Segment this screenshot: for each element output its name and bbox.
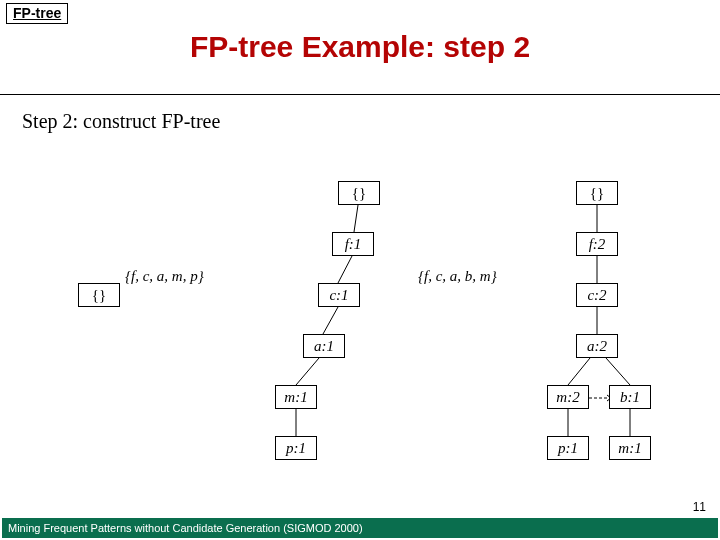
footer-bar: Mining Frequent Patterns without Candida… <box>2 518 718 538</box>
tree1-root-node: {} <box>338 181 380 205</box>
title-divider <box>0 94 720 95</box>
tree1-c-node: c:1 <box>318 283 360 307</box>
tree2-p-node: p:1 <box>547 436 589 460</box>
transaction-2: {f, c, a, b, m} <box>418 268 497 285</box>
page-number: 11 <box>693 500 706 514</box>
tree2-m-right-node: m:1 <box>609 436 651 460</box>
svg-line-3 <box>296 358 319 385</box>
tree1-f-node: f:1 <box>332 232 374 256</box>
step-heading: Step 2: construct FP-tree <box>22 110 220 133</box>
tree1-a-node: a:1 <box>303 334 345 358</box>
tree2-m-left-node: m:2 <box>547 385 589 409</box>
page-title: FP-tree Example: step 2 <box>0 30 720 64</box>
svg-line-2 <box>323 307 338 334</box>
tree1-p-node: p:1 <box>275 436 317 460</box>
transaction-1: {f, c, a, m, p} <box>125 268 204 285</box>
tree0-root-node: {} <box>78 283 120 307</box>
svg-line-9 <box>606 358 630 385</box>
tree2-a-node: a:2 <box>576 334 618 358</box>
tree2-root-node: {} <box>576 181 618 205</box>
tree2-f-node: f:2 <box>576 232 618 256</box>
tree2-b-node: b:1 <box>609 385 651 409</box>
topic-label: FP-tree <box>6 3 68 24</box>
tree1-m-node: m:1 <box>275 385 317 409</box>
svg-line-0 <box>354 205 358 232</box>
svg-line-1 <box>338 256 352 283</box>
svg-line-8 <box>568 358 590 385</box>
tree2-c-node: c:2 <box>576 283 618 307</box>
footer-text: Mining Frequent Patterns without Candida… <box>8 522 363 534</box>
